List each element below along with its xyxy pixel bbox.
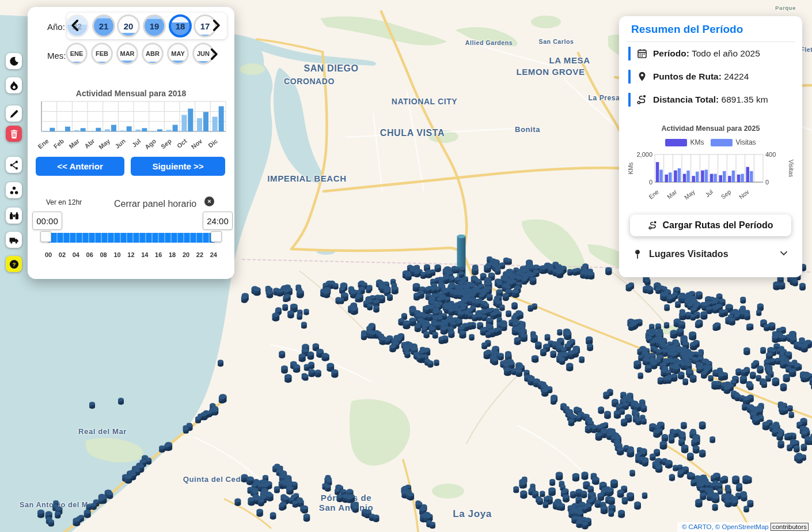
next-button[interactable]: Siguiente >> xyxy=(131,157,225,176)
svg-text:0: 0 xyxy=(765,179,769,186)
svg-text:KMs: KMs xyxy=(627,163,634,175)
svg-text:Ene: Ene xyxy=(36,137,50,150)
map-attribution: © CARTO, © OpenStreetMap contributors xyxy=(677,522,812,532)
monthly-activity-title: Actividad Mensual para 2018 xyxy=(28,89,234,98)
chevron-down-icon xyxy=(778,247,790,261)
svg-text:Nov: Nov xyxy=(190,137,204,150)
summary-title: Resumen del Período xyxy=(631,23,743,36)
svg-text:Oct: Oct xyxy=(176,137,188,149)
accent-bar xyxy=(628,47,631,61)
period-activity-title: Actividad Mensual para 2025 xyxy=(619,124,802,133)
month-next-button[interactable] xyxy=(206,47,221,63)
attribution-contributors: contributors xyxy=(771,523,809,531)
slider-ticks: 00020406081012141618202224 xyxy=(28,251,234,261)
close-icon: × xyxy=(207,198,211,205)
moon-icon xyxy=(9,56,20,67)
svg-text:Jun: Jun xyxy=(113,137,127,150)
load-routes-label: Cargar Rutas del Período xyxy=(662,220,773,231)
divider xyxy=(626,41,795,42)
binoculars-icon xyxy=(9,210,20,221)
year-selector: 222120191817 xyxy=(67,13,227,39)
round-pin-icon xyxy=(632,248,643,261)
summary-text: Período: Todo el año 2025 xyxy=(653,48,760,59)
slider-tick-10: 10 xyxy=(113,251,120,258)
year-prev-button[interactable] xyxy=(68,18,83,35)
dark-mode-button[interactable] xyxy=(6,53,22,69)
year-button-19[interactable]: 19 xyxy=(143,14,166,37)
year-button-21[interactable]: 21 xyxy=(92,14,115,37)
month-button-mar[interactable]: MAR xyxy=(116,43,138,65)
draw-button[interactable] xyxy=(6,105,22,122)
legend-swatch xyxy=(665,139,687,146)
load-routes-button[interactable]: Cargar Rutas del Período xyxy=(630,214,791,236)
close-time-panel-label: Cerrar panel horario xyxy=(114,199,196,209)
accent-bar xyxy=(628,93,631,107)
month-button-may[interactable]: MAY xyxy=(167,43,189,65)
month-button-abr[interactable]: ABR xyxy=(142,43,164,65)
help-button[interactable]: ? xyxy=(6,256,22,272)
routes-button[interactable] xyxy=(6,157,22,173)
month-selector: ENEFEBMARABRMAYJUN xyxy=(67,43,227,66)
close-time-panel-button[interactable]: × xyxy=(204,197,214,206)
monthly-activity-chart: EneFebMarAbrMayJunJulAgoSepOctNovDic xyxy=(32,98,230,158)
month-button-feb[interactable]: FEB xyxy=(91,43,113,65)
svg-text:Mar: Mar xyxy=(67,137,81,150)
svg-text:Dic: Dic xyxy=(207,137,219,149)
legend-label: Visitas xyxy=(735,138,756,146)
slider-tick-04: 04 xyxy=(73,251,79,258)
time-filter-panel: Año: 222120191817 Mes: ENEFEBMARABRMAYJU… xyxy=(28,7,234,279)
month-button-ene[interactable]: ENE xyxy=(66,43,88,65)
slider-handle-end[interactable] xyxy=(211,231,222,242)
svg-text:Visitas: Visitas xyxy=(788,160,794,178)
slider-tick-24: 24 xyxy=(210,251,217,258)
heatmap-button[interactable] xyxy=(6,77,22,93)
summary-panel: Resumen del Período Período: Todo el año… xyxy=(619,16,802,277)
end-time-input[interactable] xyxy=(203,212,233,230)
vehicle-button[interactable] xyxy=(6,232,22,248)
summary-item-2: Puntos de Ruta: 24224 xyxy=(628,69,749,84)
pencil-icon xyxy=(9,108,20,119)
time-range-slider-track[interactable] xyxy=(45,233,218,243)
svg-text:Abr: Abr xyxy=(83,137,96,150)
clusters-button[interactable] xyxy=(6,182,22,198)
svg-text:Feb: Feb xyxy=(52,137,66,150)
summary-text: Puntos de Ruta: 24224 xyxy=(653,71,749,82)
year-next-button[interactable] xyxy=(208,18,223,35)
legend-swatch xyxy=(711,139,733,146)
svg-text:Mar: Mar xyxy=(666,188,678,200)
summary-item-3: Distancia Total: 6891.35 km xyxy=(628,92,768,107)
svg-text:Sep: Sep xyxy=(719,188,732,200)
svg-text:Jul: Jul xyxy=(131,137,142,148)
trash-icon xyxy=(9,129,20,139)
svg-text:May: May xyxy=(97,137,112,151)
slider-tick-18: 18 xyxy=(169,251,176,258)
slider-handle-start[interactable] xyxy=(40,231,51,242)
view-12hr-toggle[interactable]: Ver en 12hr xyxy=(46,198,82,206)
legend-label: KMs xyxy=(690,138,704,146)
legend-item-visitas: Visitas xyxy=(711,138,756,146)
delete-button[interactable] xyxy=(6,126,22,142)
year-row-label: Año: xyxy=(47,22,65,32)
year-button-20[interactable]: 20 xyxy=(117,14,140,37)
svg-text:Jul: Jul xyxy=(704,188,714,198)
period-activity-chart: 2,00004000KMsVisitasEneMarMayJulSepNov xyxy=(627,150,794,214)
svg-text:?: ? xyxy=(12,261,16,267)
lugares-visitados-toggle[interactable]: Lugares Visitados xyxy=(632,246,790,263)
summary-item-1: Período: Todo el año 2025 xyxy=(628,46,760,61)
accent-bar xyxy=(628,70,631,84)
route-icon xyxy=(648,220,658,231)
year-button-18[interactable]: 18 xyxy=(169,14,192,37)
explore-button[interactable] xyxy=(6,207,22,224)
slider-tick-22: 22 xyxy=(196,251,203,258)
previous-button[interactable]: << Anterior xyxy=(36,157,124,176)
svg-text:May: May xyxy=(683,188,696,201)
svg-text:2,000: 2,000 xyxy=(636,151,652,158)
slider-tick-14: 14 xyxy=(141,251,148,258)
pin-icon xyxy=(636,71,648,82)
attribution-links[interactable]: © CARTO, © OpenStreetMap xyxy=(682,523,769,530)
start-time-input[interactable] xyxy=(32,212,62,230)
svg-text:Nov: Nov xyxy=(738,188,751,201)
legend-item-kms: KMs xyxy=(665,138,704,146)
svg-text:0: 0 xyxy=(649,179,652,186)
share-nodes-icon xyxy=(9,160,20,171)
